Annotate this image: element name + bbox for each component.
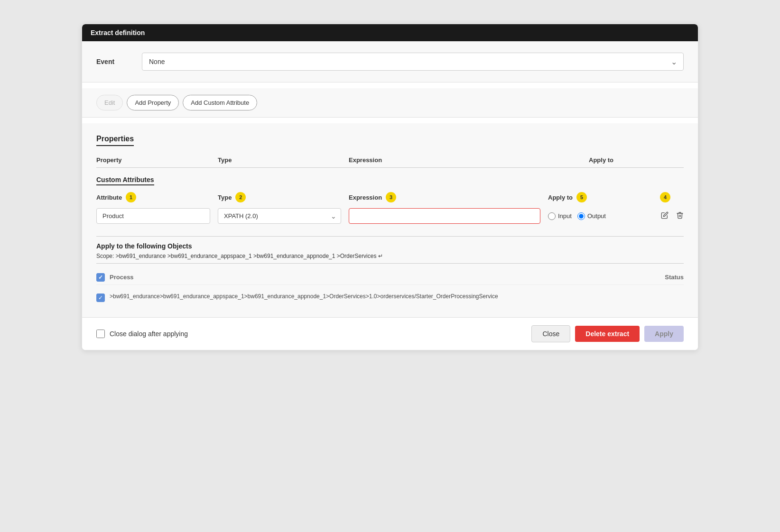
input-radio-label[interactable]: Input xyxy=(548,212,572,220)
properties-header-row: Property Type Expression Apply to xyxy=(96,153,684,168)
output-radio-text: Output xyxy=(587,212,606,220)
attr-col-applyto: Apply to 5 xyxy=(548,192,652,202)
event-select[interactable]: None Event1 Event2 xyxy=(142,53,684,71)
footer-left: Close dialog after applying xyxy=(96,330,188,338)
prop-col-expression: Expression xyxy=(349,156,581,164)
attr-type-label: Type xyxy=(218,194,232,201)
add-property-button[interactable]: Add Property xyxy=(127,95,179,110)
attr-expression-cell xyxy=(349,208,540,224)
edit-button[interactable]: Edit xyxy=(96,95,123,110)
attr-col-attribute: Attribute 1 xyxy=(96,192,210,202)
event-label: Event xyxy=(96,58,134,65)
apply-to-cell: Input Output xyxy=(548,212,652,220)
attr-actions-cell xyxy=(660,211,684,222)
delete-attr-button[interactable] xyxy=(675,211,685,222)
scope-line: Scope: >bw691_endurance >bw691_endurance… xyxy=(96,253,684,264)
input-radio[interactable] xyxy=(548,212,556,220)
badge-1: 1 xyxy=(126,192,136,202)
delete-extract-button[interactable]: Delete extract xyxy=(575,326,640,342)
process-row-name: >bw691_endurance>bw691_endurance_appspac… xyxy=(110,293,684,301)
attr-expression-label: Expression xyxy=(349,194,382,201)
prop-col-type: Type xyxy=(218,156,341,164)
attr-type-cell: XPATH (2.0) XPATH (1.0) JPATH ⌄ xyxy=(218,208,341,224)
footer-right: Close Delete extract Apply xyxy=(531,325,684,342)
edit-attr-button[interactable] xyxy=(660,211,669,222)
event-select-wrapper: None Event1 Event2 ⌄ xyxy=(142,53,684,71)
close-dialog-checkbox[interactable] xyxy=(96,330,105,338)
toolbar-section: Edit Add Property Add Custom Attribute xyxy=(82,88,698,118)
process-col: Process xyxy=(96,272,657,282)
attribute-input[interactable] xyxy=(96,208,210,224)
process-row: >bw691_endurance>bw691_endurance_appspac… xyxy=(96,289,684,306)
input-radio-text: Input xyxy=(558,212,572,220)
process-row-checkbox[interactable] xyxy=(96,294,105,302)
prop-col-applyto: Apply to xyxy=(589,156,684,164)
badge-4: 4 xyxy=(660,192,670,202)
badge-3: 3 xyxy=(386,192,396,202)
attr-col-actions: 4 xyxy=(660,192,684,202)
output-radio[interactable] xyxy=(577,212,585,220)
prop-col-property: Property xyxy=(96,156,210,164)
attr-attribute-cell xyxy=(96,208,210,224)
expression-input[interactable] xyxy=(349,208,540,224)
process-col-label: Process xyxy=(110,274,134,281)
type-select[interactable]: XPATH (2.0) XPATH (1.0) JPATH xyxy=(218,208,341,224)
badge-5: 5 xyxy=(576,192,587,202)
properties-section: Properties Property Type Expression Appl… xyxy=(82,123,698,317)
attr-value-row: XPATH (2.0) XPATH (1.0) JPATH ⌄ Input xyxy=(96,205,684,227)
add-custom-attribute-button[interactable]: Add Custom Attribute xyxy=(183,95,257,110)
status-col: Status xyxy=(665,272,684,282)
close-button[interactable]: Close xyxy=(531,325,570,342)
status-col-label: Status xyxy=(665,274,684,281)
attr-attribute-label: Attribute xyxy=(96,194,122,201)
apply-objects-title: Apply to the following Objects xyxy=(96,242,684,250)
dialog-header: Extract definition xyxy=(82,24,698,41)
custom-attributes-title: Custom Attributes xyxy=(96,176,154,185)
process-header: Process Status xyxy=(96,269,684,285)
badge-2: 2 xyxy=(235,192,246,202)
event-section: Event None Event1 Event2 ⌄ xyxy=(82,41,698,83)
attr-applyto-label: Apply to xyxy=(548,194,573,201)
attr-col-type: Type 2 xyxy=(218,192,341,202)
close-dialog-label: Close dialog after applying xyxy=(110,330,188,338)
dialog-title: Extract definition xyxy=(91,29,145,37)
attr-col-expression: Expression 3 xyxy=(349,192,540,202)
properties-title: Properties xyxy=(96,135,134,146)
output-radio-label[interactable]: Output xyxy=(577,212,606,220)
apply-button[interactable]: Apply xyxy=(644,326,684,342)
attr-header-row: Attribute 1 Type 2 Expression 3 Apply to… xyxy=(96,189,684,205)
dialog-footer: Close dialog after applying Close Delete… xyxy=(82,317,698,350)
process-header-checkbox[interactable] xyxy=(96,273,105,282)
apply-objects-section: Apply to the following Objects Scope: >b… xyxy=(96,236,684,306)
